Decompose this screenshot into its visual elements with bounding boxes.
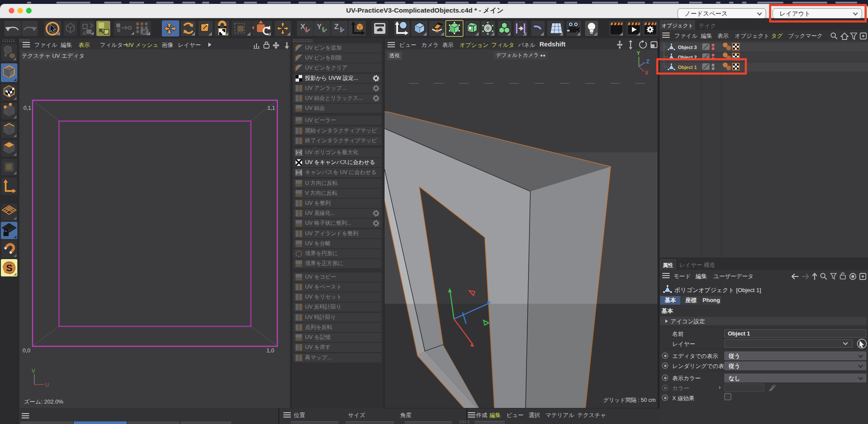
svg-text:Y: Y — [317, 23, 322, 31]
svg-text:ズーム: 202.0%: ズーム: 202.0% — [24, 398, 63, 405]
svg-text:Z: Z — [646, 59, 649, 65]
svg-text:X: X — [645, 70, 648, 76]
svg-text:0,1: 0,1 — [23, 105, 31, 111]
svg-text:Y: Y — [637, 50, 640, 56]
svg-text:Object 3: Object 3 — [678, 45, 697, 50]
svg-text:1,0: 1,0 — [266, 347, 274, 354]
svg-text:1,1: 1,1 — [267, 105, 275, 111]
svg-text:U: U — [45, 382, 49, 388]
svg-text:グリッド間隔 : 50 cm: グリッド間隔 : 50 cm — [603, 397, 656, 403]
svg-text:S: S — [6, 263, 13, 273]
svg-text:0,0: 0,0 — [23, 347, 30, 354]
svg-text:Z: Z — [334, 23, 339, 31]
svg-text:V: V — [32, 368, 35, 374]
